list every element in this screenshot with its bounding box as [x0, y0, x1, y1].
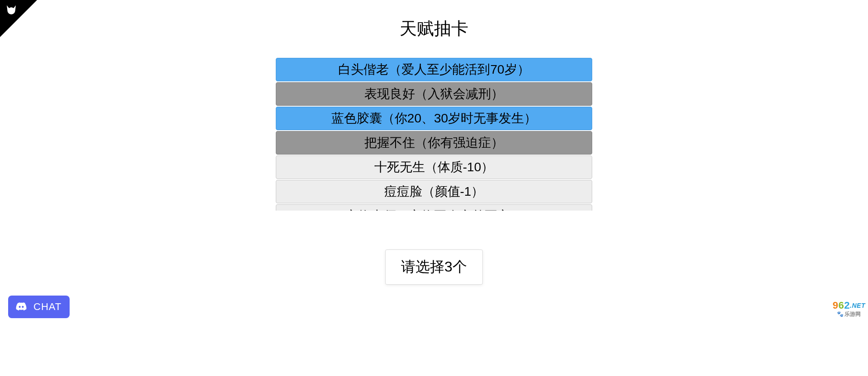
- talent-label: 把握不住（你有强迫症）: [364, 136, 504, 150]
- corner-badge[interactable]: [0, 0, 37, 37]
- talent-label: 白头偕老（爱人至少能活到70岁）: [338, 62, 529, 76]
- talent-item[interactable]: 白头偕老（爱人至少能活到70岁）: [276, 58, 592, 81]
- talent-item[interactable]: 表现良好（入狱会减刑）: [276, 82, 592, 106]
- talent-label: 宠物大师（宠物不会意外死亡）: [345, 209, 523, 211]
- site-watermark: 962.NET 🐾乐游网: [833, 300, 865, 318]
- talent-label: 十死无生（体质-10）: [374, 160, 494, 174]
- talent-item[interactable]: 宠物大师（宠物不会意外死亡）: [276, 204, 592, 211]
- chat-widget[interactable]: CHAT: [8, 296, 70, 318]
- discord-icon: [14, 300, 28, 314]
- watermark-sub: 🐾乐游网: [837, 310, 861, 318]
- watermark-main: 962.NET: [833, 300, 865, 311]
- talent-label: 蓝色胶囊（你20、30岁时无事发生）: [331, 111, 537, 125]
- chat-label: CHAT: [33, 301, 61, 313]
- cat-icon: [5, 4, 18, 17]
- talent-item[interactable]: 痘痘脸（颜值-1）: [276, 180, 592, 203]
- select-confirm-button[interactable]: 请选择3个: [385, 249, 483, 285]
- talent-label: 痘痘脸（颜值-1）: [384, 184, 484, 198]
- talent-scroll-area[interactable]: 白头偕老（爱人至少能活到70岁）表现良好（入狱会减刑）蓝色胶囊（你20、30岁时…: [276, 58, 592, 211]
- talent-item[interactable]: 蓝色胶囊（你20、30岁时无事发生）: [276, 107, 592, 130]
- page-title: 天赋抽卡: [0, 17, 868, 40]
- talent-list: 白头偕老（爱人至少能活到70岁）表现良好（入狱会减刑）蓝色胶囊（你20、30岁时…: [276, 58, 592, 211]
- talent-label: 表现良好（入狱会减刑）: [364, 87, 504, 101]
- talent-item[interactable]: 把握不住（你有强迫症）: [276, 131, 592, 155]
- talent-item[interactable]: 十死无生（体质-10）: [276, 155, 592, 179]
